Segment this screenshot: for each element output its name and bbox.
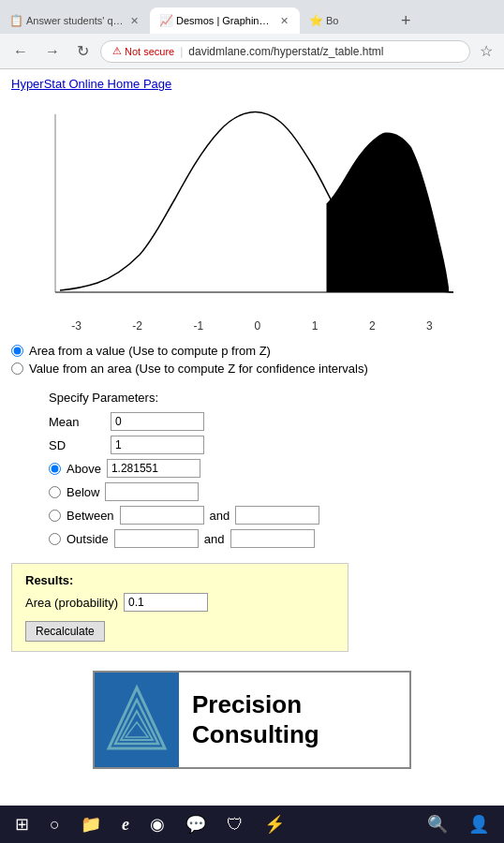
- bottom-banner: Precision Consulting: [93, 671, 411, 769]
- banner-title-line2: Consulting: [192, 720, 319, 749]
- security-warning[interactable]: ⚠ Not secure: [112, 45, 174, 57]
- x-label-3: 3: [426, 319, 433, 333]
- between-radio[interactable]: [49, 510, 61, 522]
- tab-bar: 📋 Answer students' questions and ✕ 📈 Des…: [0, 0, 504, 34]
- bookmark-star[interactable]: ☆: [476, 38, 497, 64]
- reload-button[interactable]: ↻: [71, 38, 95, 64]
- svg-marker-5: [121, 711, 153, 740]
- area-probability-input[interactable]: [124, 593, 208, 612]
- nav-bar: ← → ↻ ⚠ Not secure | davidmlane.com/hype…: [0, 34, 504, 69]
- x-label-neg2: -2: [132, 319, 142, 333]
- between-input1[interactable]: [120, 506, 204, 525]
- above-radio-group: Above: [49, 462, 101, 476]
- below-label[interactable]: Below: [67, 485, 99, 499]
- back-button[interactable]: ←: [7, 39, 34, 64]
- outside-radio[interactable]: [49, 533, 61, 545]
- distribution-chart: [37, 100, 467, 316]
- tab-1[interactable]: 📋 Answer students' questions and ✕: [0, 7, 150, 34]
- above-row: Above: [49, 459, 493, 478]
- banner-text-area: Precision Consulting: [179, 681, 333, 758]
- outside-input1[interactable]: [114, 529, 199, 548]
- recalculate-button[interactable]: Recalculate: [25, 621, 105, 642]
- results-section: Results: Area (probability) Recalculate: [11, 563, 348, 652]
- banner-title-line1: Precision: [192, 690, 319, 719]
- page-content: HyperStat Online Home Page -3 -2 -1 0 1 …: [0, 69, 504, 795]
- not-secure-label: Not secure: [125, 46, 174, 57]
- tab3-title: Bo: [326, 15, 384, 26]
- x-label-neg3: -3: [71, 319, 82, 333]
- x-label-1: 1: [312, 319, 319, 333]
- address-bar[interactable]: ⚠ Not secure | davidmlane.com/hyperstat/…: [100, 40, 470, 63]
- sd-row: SD: [49, 436, 493, 454]
- below-radio-group: Below: [49, 485, 99, 499]
- outside-label[interactable]: Outside: [67, 532, 109, 546]
- between-input2[interactable]: [235, 506, 319, 525]
- tab2-title: Desmos | Graphing Calculator: [176, 15, 274, 26]
- value-from-area-radio[interactable]: [11, 362, 23, 375]
- above-input[interactable]: [107, 459, 200, 478]
- warning-icon: ⚠: [112, 45, 122, 57]
- x-label-0: 0: [255, 319, 261, 333]
- between-and-label: and: [210, 509, 230, 523]
- between-radio-group: Between: [49, 509, 114, 523]
- options-section: Area from a value (Use to compute p from…: [11, 344, 493, 376]
- params-title: Specify Parameters:: [49, 391, 493, 405]
- tab-3[interactable]: ⭐ Bo: [300, 7, 393, 34]
- banner-icon: [95, 673, 179, 767]
- area-probability-label: Area (probability): [25, 596, 118, 610]
- tab1-favicon: 📋: [9, 14, 22, 27]
- sd-label: SD: [49, 438, 105, 452]
- x-label-neg1: -1: [193, 319, 203, 333]
- tab-2[interactable]: 📈 Desmos | Graphing Calculator ✕: [150, 7, 300, 34]
- tab1-close[interactable]: ✕: [128, 15, 141, 27]
- sd-input[interactable]: [111, 436, 204, 454]
- mean-row: Mean: [49, 412, 493, 431]
- below-input[interactable]: [105, 482, 199, 501]
- value-from-area-label[interactable]: Value from an area (Use to compute Z for…: [29, 362, 368, 376]
- option-row-2: Value from an area (Use to compute Z for…: [11, 362, 493, 376]
- tab3-favicon: ⭐: [309, 14, 322, 27]
- banner-logo-icon: [104, 683, 170, 758]
- home-page-link[interactable]: HyperStat Online Home Page: [11, 77, 493, 91]
- chart-container: [11, 100, 493, 316]
- tab2-close[interactable]: ✕: [278, 15, 290, 27]
- area-from-value-radio[interactable]: [11, 345, 23, 357]
- params-section: Specify Parameters: Mean SD Above Below: [49, 391, 493, 548]
- x-label-2: 2: [369, 319, 376, 333]
- mean-label: Mean: [49, 415, 105, 429]
- results-title: Results:: [25, 573, 334, 587]
- between-row: Between and: [49, 506, 493, 525]
- url-divider: |: [180, 45, 183, 58]
- above-label[interactable]: Above: [67, 462, 101, 476]
- above-radio[interactable]: [49, 463, 61, 475]
- area-from-value-label[interactable]: Area from a value (Use to compute p from…: [29, 344, 271, 358]
- between-label[interactable]: Between: [67, 509, 114, 523]
- outside-radio-group: Outside: [49, 532, 109, 546]
- result-row: Area (probability): [25, 593, 334, 612]
- x-axis-labels: -3 -2 -1 0 1 2 3: [37, 319, 467, 333]
- outside-input2[interactable]: [230, 529, 315, 548]
- tab2-favicon: 📈: [159, 14, 172, 27]
- option-row-1: Area from a value (Use to compute p from…: [11, 344, 493, 358]
- below-row: Below: [49, 482, 493, 501]
- browser-chrome: 📋 Answer students' questions and ✕ 📈 Des…: [0, 0, 504, 69]
- forward-button[interactable]: →: [39, 39, 66, 64]
- tab1-title: Answer students' questions and: [26, 15, 125, 26]
- url-text: davidmlane.com/hyperstat/z_table.html: [188, 45, 383, 58]
- mean-input[interactable]: [111, 412, 204, 431]
- new-tab-button[interactable]: +: [393, 7, 419, 34]
- outside-row: Outside and: [49, 529, 493, 548]
- outside-and-label: and: [204, 532, 225, 546]
- below-radio[interactable]: [49, 486, 61, 498]
